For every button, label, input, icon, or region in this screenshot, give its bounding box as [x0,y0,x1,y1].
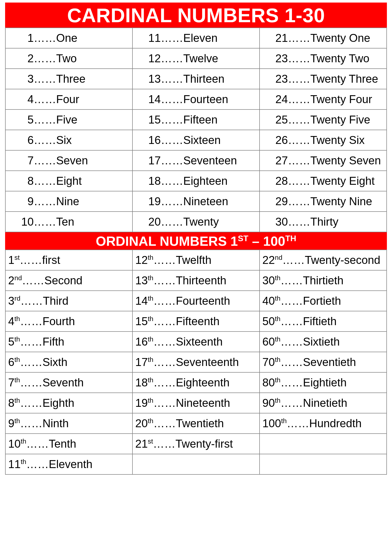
ordinal-number: 10 [8,437,21,450]
cardinal-word: Four [56,93,79,105]
dots: …… [161,93,183,105]
ordinal-cell: 40th……Fortieth [260,291,387,311]
ordinal-number: 90 [262,397,275,409]
cardinal-word: Nineteen [183,195,228,207]
ordinal-word: Sixth [43,356,68,368]
ordinal-suffix: th [148,274,153,282]
ordinal-word: Eleventh [49,458,92,470]
cardinal-cell: 27……Twenty Seven [260,150,387,171]
cardinal-word: Twenty [183,215,219,228]
dots: …… [288,134,310,146]
cardinal-number: 27 [260,154,288,167]
ordinal-suffix: th [14,397,20,404]
ordinal-number: 7 [8,376,14,389]
dots: …… [288,52,310,65]
dots: …… [34,32,56,44]
cardinal-cell: 19……Nineteen [132,191,260,212]
cardinal-word: Eleven [183,32,218,44]
ordinal-word: Fiftieth [303,315,337,327]
dots: …… [153,397,176,409]
cardinal-number: 18 [133,175,161,187]
cardinal-number: 25 [260,113,288,126]
ordinal-cell: 7th……Seventh [5,372,132,393]
cardinal-word: Fourteen [183,93,228,105]
table-row: 8……Eight18……Eighteen28……Twenty Eight [5,171,387,191]
ordinal-cell: 1st……first [5,250,132,270]
cardinal-number: 20 [133,215,161,228]
ordinal-suffix: th [275,335,280,343]
cardinal-word: One [56,32,77,44]
ordinal-number: 3 [8,295,14,307]
dots: …… [280,274,303,287]
ordinal-cell: 4th……Fourth [5,311,132,332]
table-row: 7……Seven17……Seventeen27……Twenty Seven [5,150,387,171]
ordinal-cell: 2nd……Second [5,270,132,291]
dots: …… [34,113,56,126]
table-row: 5th……Fifth16th……Sixteenth60th……Sixtieth [5,332,387,352]
cardinal-word: Twenty Four [310,93,372,105]
ordinal-cell: 10th……Tenth [5,434,132,454]
ordinal-cell [260,454,387,474]
cardinal-cell: 9……Nine [5,191,132,212]
table-row: 3rd……Third14th……Fourteenth40th……Fortieth [5,291,387,311]
cardinal-number: 28 [260,175,288,187]
cardinal-cell: 30……Thirty [260,212,387,232]
cardinal-number: 23 [260,72,288,85]
dots: …… [20,397,43,409]
dots: …… [287,417,309,430]
ordinal-word: Ninth [43,417,69,430]
ordinal-cell: 21st……Twenty-first [132,434,260,454]
cardinal-cell: 17……Seventeen [132,150,260,171]
ordinal-suffix: th [275,295,280,302]
ordinal-suffix: th [281,417,287,425]
cardinal-number: 4 [6,93,34,106]
table-row: 8th……Eighth19th……Nineteenth90th……Ninetie… [5,393,387,413]
ordinal-cell: 60th……Sixtieth [260,332,387,352]
cardinal-word: Ten [56,215,74,228]
ordinal-cell: 18th……Eighteenth [132,372,260,393]
table-row: 9th……Ninth20th……Twentieth100th……Hundredt… [5,413,387,434]
dots: …… [161,195,183,207]
dots: …… [288,93,310,105]
cardinal-cell: 7……Seven [5,150,132,171]
cardinal-word: Eighteen [183,175,228,187]
ordinal-suffix: st [148,437,153,445]
ordinal-number: 80 [262,376,275,389]
ordinal-cell [260,434,387,454]
cardinal-number: 13 [133,72,161,85]
dots: …… [20,295,43,307]
cardinal-cell: 4……Four [5,89,132,109]
cardinal-cell: 23……Twenty Two [260,48,387,69]
cardinal-cell: 6……Six [5,130,132,150]
ordinal-cell: 20th……Twentieth [132,413,260,434]
cardinal-cell: 25……Twenty Five [260,109,387,130]
cardinal-cell: 23……Twenty Three [260,69,387,89]
ordinal-number: 22 [262,254,275,266]
cardinal-cell: 10……Ten [5,212,132,232]
ordinal-number: 16 [135,335,148,348]
ordinal-cell: 17th……Seventeenth [132,352,260,372]
cardinal-cell: 1……One [5,28,132,48]
ordinal-cell: 90th……Ninetieth [260,393,387,413]
cardinal-cell: 12……Twelve [132,48,260,69]
ordinal-word: Eighth [43,397,75,409]
cardinal-number: 26 [260,134,288,146]
dots: …… [280,376,303,389]
dots: …… [280,397,303,409]
ordinal-number: 18 [135,376,148,389]
cardinal-number: 17 [133,154,161,167]
ordinal-suffix: th [275,397,280,404]
ordinal-cell: 5th……Fifth [5,332,132,352]
ordinal-number: 21 [135,437,148,450]
ordinal-cell: 30th……Thirtieth [260,270,387,291]
cardinal-word: Twenty Two [310,52,370,65]
ordinal-header-text2: – 100 [248,234,285,249]
ordinal-cell: 15th……Fifteenth [132,311,260,332]
dots: …… [20,254,42,266]
ordinal-word: Fifteenth [176,315,219,327]
ordinal-word: Seventh [43,376,84,389]
ordinal-cell: 12th……Twelfth [132,250,260,270]
cardinal-number: 10 [6,215,34,228]
ordinal-suffix: th [148,335,153,343]
ordinal-word: Seventeenth [176,356,239,368]
